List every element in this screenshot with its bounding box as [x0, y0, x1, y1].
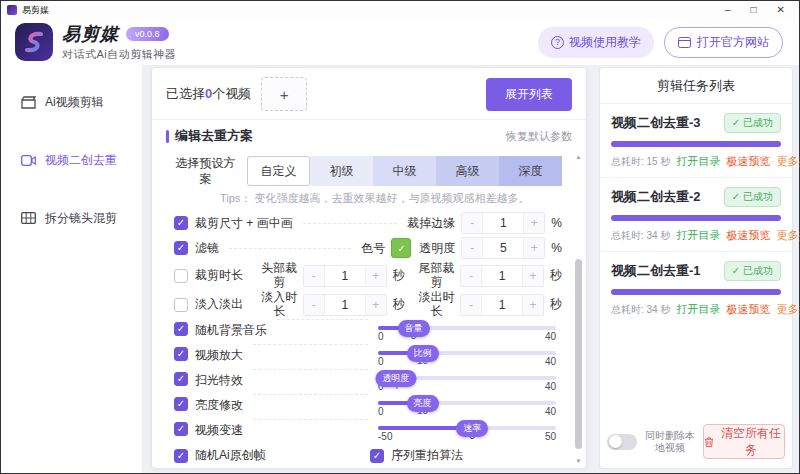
- slider-handle[interactable]: 亮度: [407, 395, 439, 412]
- stepper-plus-button[interactable]: +: [366, 266, 386, 286]
- crop-edge-stepper: - 1 +: [461, 212, 545, 234]
- brightness-checkbox[interactable]: ✓: [174, 397, 188, 411]
- more-actions-link[interactable]: 更多操作∨: [776, 154, 800, 169]
- bgm-checkbox[interactable]: ✓: [174, 322, 188, 336]
- stepper-minus-button[interactable]: -: [461, 295, 481, 315]
- slider-handle[interactable]: 透明度: [375, 370, 416, 387]
- close-icon[interactable]: ✕: [777, 5, 785, 15]
- slider-max: 50: [545, 431, 556, 442]
- parameters-scroll-area: 选择预设方案 自定义 初级 中级 高级 深度 Tips： 变化强度越高，去重效果…: [152, 150, 586, 469]
- more-actions-link[interactable]: 更多操作∨: [776, 228, 800, 243]
- param-row-filter: ✓ 滤镜 色号 ✓ 透明度 - 5 + %: [166, 235, 562, 261]
- filter-checkbox[interactable]: ✓: [174, 241, 188, 255]
- field-label: 色号: [361, 240, 385, 257]
- open-directory-link[interactable]: 打开目录: [676, 302, 720, 317]
- expand-list-button[interactable]: 展开列表: [486, 78, 572, 111]
- preset-intermediate[interactable]: 中级: [373, 156, 436, 186]
- slider-track[interactable]: [378, 351, 556, 355]
- light-sweep-opacity-slider[interactable]: 透明度 040 4: [378, 369, 556, 392]
- quick-preview-link[interactable]: 极速预览: [726, 154, 770, 169]
- slider-handle[interactable]: 音量: [398, 320, 430, 337]
- sidebar: Ai视频剪辑 视频二创去重 拆分镜头混剪: [1, 65, 143, 473]
- sidebar-item-video-dedup[interactable]: 视频二创去重: [1, 131, 142, 189]
- check-icon: ✓: [177, 451, 185, 461]
- stepper-minus-button[interactable]: -: [461, 266, 481, 286]
- stepper-value[interactable]: 1: [324, 266, 366, 286]
- quick-preview-link[interactable]: 极速预览: [726, 228, 770, 243]
- clear-all-tasks-button[interactable]: 清空所有任务: [703, 424, 785, 459]
- stepper-minus-button[interactable]: -: [304, 266, 324, 286]
- task-item: 视频二创去重-3 ✓ 已成功 总耗时: 15 秒 打开目录 极速预览 更多操作∨: [600, 103, 792, 177]
- param-label: 裁剪时长: [195, 267, 260, 284]
- maximize-icon[interactable]: □: [751, 5, 757, 15]
- ai-frame-checkbox[interactable]: ✓: [174, 449, 188, 463]
- reset-defaults-link[interactable]: 恢复默认参数: [506, 129, 572, 144]
- stepper-value[interactable]: 1: [481, 266, 523, 286]
- stepper-value[interactable]: 5: [482, 238, 524, 258]
- light-sweep-checkbox[interactable]: ✓: [174, 372, 188, 386]
- zoom-checkbox[interactable]: ✓: [174, 347, 188, 361]
- bgm-volume-slider[interactable]: 音量 040 8: [378, 319, 556, 342]
- open-directory-link[interactable]: 打开目录: [676, 228, 720, 243]
- fade-checkbox[interactable]: ✓: [174, 298, 188, 312]
- speed-checkbox[interactable]: ✓: [174, 422, 188, 436]
- open-website-button[interactable]: 打开官方网站: [664, 27, 783, 58]
- add-video-button[interactable]: +: [261, 77, 307, 111]
- scroll-down-icon[interactable]: ▼: [574, 458, 583, 464]
- stepper-plus-button[interactable]: +: [524, 238, 544, 258]
- status-badge: ✓ 已成功: [724, 187, 781, 207]
- stepper-plus-button[interactable]: +: [523, 266, 543, 286]
- slider-handle[interactable]: 速率: [456, 420, 488, 437]
- clapperboard-icon: [21, 96, 36, 109]
- slider-track[interactable]: [378, 401, 556, 405]
- color-swatch[interactable]: ✓: [391, 238, 411, 258]
- stepper-plus-button[interactable]: +: [524, 213, 544, 233]
- minimize-icon[interactable]: –: [725, 5, 731, 15]
- stepper-value[interactable]: 1: [482, 213, 524, 233]
- more-actions-link[interactable]: 更多操作∨: [776, 302, 800, 317]
- check-icon: ✓: [177, 424, 185, 434]
- stepper-value[interactable]: 1: [481, 295, 523, 315]
- titlebar: 易剪媒 – □ ✕: [1, 1, 799, 19]
- stepper-plus-button[interactable]: +: [366, 295, 386, 315]
- preset-deep[interactable]: 深度: [499, 156, 562, 186]
- scrollbar-thumb[interactable]: [575, 259, 582, 449]
- param-row-bgm: ✓ 随机背景音乐 音量 040 8: [166, 319, 562, 344]
- trim-checkbox[interactable]: ✓: [174, 269, 188, 283]
- leader-line: [253, 369, 368, 370]
- quick-preview-link[interactable]: 极速预览: [726, 302, 770, 317]
- stepper-minus-button[interactable]: -: [304, 295, 324, 315]
- sidebar-item-ai-video-edit[interactable]: Ai视频剪辑: [1, 73, 142, 131]
- stepper-minus-button[interactable]: -: [462, 213, 482, 233]
- scrollbar[interactable]: ▲ ▼: [574, 154, 583, 464]
- field-label: 尾部裁剪: [417, 262, 456, 290]
- preset-custom[interactable]: 自定义: [247, 156, 310, 186]
- task-time: 总耗时: 15 秒: [611, 155, 670, 169]
- tail-trim-stepper: - 1 +: [460, 265, 544, 287]
- head-trim-stepper: - 1 +: [303, 265, 387, 287]
- delete-local-toggle[interactable]: [607, 434, 637, 450]
- sequence-rebuild-checkbox[interactable]: ✓: [370, 449, 384, 463]
- brightness-slider[interactable]: 亮度 040 10: [378, 394, 556, 417]
- speed-rate-slider[interactable]: 速率 -5050 3: [378, 419, 556, 442]
- stepper-value[interactable]: 1: [324, 295, 366, 315]
- param-label: 视频放大: [195, 347, 243, 364]
- sidebar-item-split-shot-mix[interactable]: 拆分镜头混剪: [1, 189, 142, 247]
- param-label: 裁剪尺寸 + 画中画: [195, 215, 293, 232]
- stepper-minus-button[interactable]: -: [462, 238, 482, 258]
- scroll-up-icon[interactable]: ▲: [574, 154, 583, 160]
- video-tutorial-button[interactable]: ? 视频使用教学: [538, 27, 654, 58]
- param-label: 视频变速: [195, 422, 243, 439]
- open-directory-link[interactable]: 打开目录: [676, 154, 720, 169]
- crop-checkbox[interactable]: ✓: [174, 216, 188, 230]
- param-label: 序列重拍算法: [391, 447, 463, 464]
- check-icon: ✓: [177, 374, 185, 384]
- stepper-plus-button[interactable]: +: [523, 295, 543, 315]
- slider-handle[interactable]: 比例: [407, 345, 439, 362]
- zoom-ratio-slider[interactable]: 比例 040 10: [378, 344, 556, 367]
- field-label: 淡出时长: [417, 291, 456, 319]
- slider-max: 40: [545, 331, 556, 342]
- preset-advanced[interactable]: 高级: [436, 156, 499, 186]
- app-window: 易剪媒 – □ ✕ 易剪媒 v0.0.8 对话式Ai: [0, 0, 800, 474]
- preset-beginner[interactable]: 初级: [310, 156, 373, 186]
